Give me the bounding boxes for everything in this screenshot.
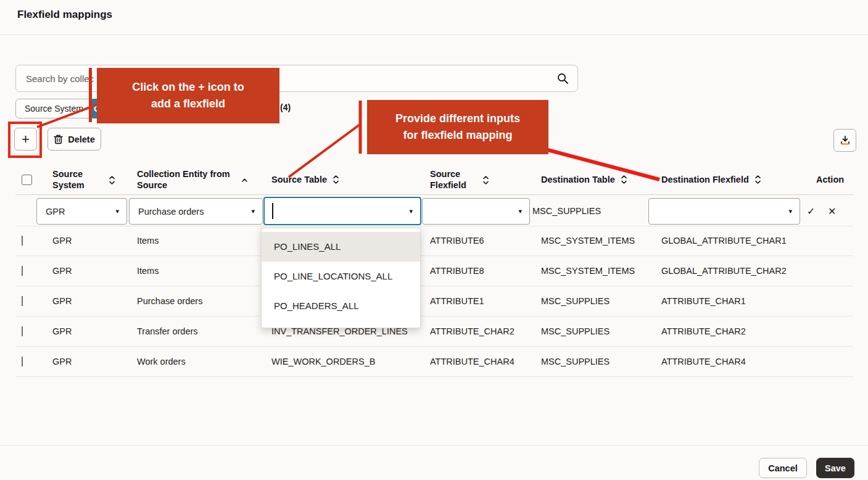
dropdown-option[interactable]: PO_LINE_LOCATIONS_ALL <box>262 262 420 291</box>
edit-destination-table-value: MSC_SUPPLIES <box>532 198 601 225</box>
filter-chip-source-system[interactable]: Source System <box>15 99 93 118</box>
cell-collection-entity: Items <box>137 236 271 246</box>
sort-both-icon[interactable] <box>109 175 115 185</box>
flexfield-mappings-page: Flexfield mappings Search by collec Sour… <box>0 0 868 480</box>
cell-destination-table: MSC_SUPPLIES <box>541 326 661 336</box>
text-cursor <box>272 203 273 219</box>
cell-destination-flexfield: ATTRIBUTE_CHAR2 <box>661 326 816 336</box>
cell-collection-entity: Transfer orders <box>137 326 271 336</box>
callout-add-flexfield: Click on the + icon to add a flexfield <box>97 68 279 123</box>
table-row: GPR Purchase orders ATTRIBUTE1 MSC_SUPPL… <box>15 286 853 317</box>
cell-destination-flexfield: ATTRIBUTE_CHAR1 <box>661 296 816 306</box>
cell-source-system: GPR <box>52 357 137 366</box>
sort-both-icon[interactable] <box>754 175 761 184</box>
edit-destination-flexfield-select[interactable]: ▾ <box>648 198 800 225</box>
table-header: Source System Collection Entity from Sou… <box>15 165 853 195</box>
edit-source-system-select[interactable]: GPR ▾ <box>36 198 127 225</box>
page-title: Flexfield mappings <box>17 9 112 21</box>
sort-both-icon[interactable] <box>621 175 627 184</box>
sort-both-icon[interactable] <box>482 175 489 185</box>
plus-icon: + <box>22 131 30 147</box>
edit-source-table-select[interactable]: ▾ <box>263 197 421 225</box>
cell-source-table: WIE_WORK_ORDERS_B <box>271 357 430 366</box>
column-header-destination-table[interactable]: Destination Table <box>541 175 661 185</box>
table-row: GPR Work orders WIE_WORK_ORDERS_B ATTRIB… <box>15 347 853 377</box>
cell-destination-table: MSC_SUPPLIES <box>541 296 661 306</box>
delete-button-label: Delete <box>68 134 95 144</box>
column-header-action: Action <box>816 175 853 185</box>
cell-destination-table: MSC_SUPPLIES <box>541 357 661 366</box>
chevron-down-icon: ▾ <box>251 207 255 215</box>
cell-collection-entity: Work orders <box>137 357 271 366</box>
add-flexfield-button[interactable]: + <box>14 128 37 151</box>
cell-source-system: GPR <box>52 236 137 246</box>
search-icon[interactable] <box>557 73 569 85</box>
select-all-checkbox[interactable] <box>22 175 32 185</box>
callout-provide-inputs: Provide different inputs for flexfield m… <box>367 100 548 154</box>
cell-destination-flexfield: GLOBAL_ATTRIBUTE_CHAR2 <box>661 266 816 276</box>
chevron-down-icon: ▾ <box>518 207 522 215</box>
cell-destination-flexfield: GLOBAL_ATTRIBUTE_CHAR1 <box>661 236 816 246</box>
cell-source-system: GPR <box>52 326 137 336</box>
column-header-source-flexfield[interactable]: Source Flexfield <box>430 169 541 190</box>
dropdown-option[interactable]: PO_HEADERS_ALL <box>262 291 420 321</box>
cancel-button[interactable]: Cancel <box>759 458 807 478</box>
row-checkbox[interactable] <box>22 236 23 246</box>
cell-source-flexfield: ATTRIBUTE8 <box>430 266 541 276</box>
trash-icon <box>54 134 63 144</box>
edit-collection-entity-select[interactable]: Purchase orders ▾ <box>129 198 263 225</box>
table-body: GPR Items ATTRIBUTE6 MSC_SYSTEM_ITEMS GL… <box>0 226 868 377</box>
row-checkbox[interactable] <box>22 357 23 366</box>
dropdown-option[interactable]: PO_LINES_ALL <box>262 232 420 262</box>
cell-destination-table: MSC_SYSTEM_ITEMS <box>541 236 661 246</box>
cell-destination-table: MSC_SYSTEM_ITEMS <box>541 266 661 276</box>
cancel-icon[interactable]: ✕ <box>828 198 836 225</box>
save-button[interactable]: Save <box>816 458 854 478</box>
result-count: (4) <box>280 102 291 112</box>
column-header-source-system[interactable]: Source System <box>52 169 137 190</box>
table-row: GPR Items ATTRIBUTE8 MSC_SYSTEM_ITEMS GL… <box>15 256 853 286</box>
download-button[interactable] <box>833 129 856 152</box>
table-row: GPR Transfer orders INV_TRANSFER_ORDER_L… <box>15 317 853 347</box>
title-divider <box>0 35 868 35</box>
chevron-down-icon: ▾ <box>115 207 119 215</box>
cell-source-system: GPR <box>52 266 137 276</box>
sort-both-icon[interactable] <box>333 175 339 184</box>
footer-divider <box>0 445 868 446</box>
cell-destination-flexfield: ATTRIBUTE_CHAR4 <box>661 357 816 366</box>
cell-source-flexfield: ATTRIBUTE_CHAR2 <box>430 326 541 336</box>
delete-button[interactable]: Delete <box>48 128 101 151</box>
edit-source-flexfield-select[interactable]: ▾ <box>422 198 530 225</box>
cell-source-flexfield: ATTRIBUTE_CHAR4 <box>430 357 541 366</box>
cell-source-flexfield: ATTRIBUTE6 <box>430 236 541 246</box>
chevron-down-icon: ▾ <box>409 207 413 215</box>
confirm-icon[interactable]: ✓ <box>807 198 815 225</box>
filter-chip-label: Source System <box>25 104 83 114</box>
sort-asc-icon[interactable] <box>241 178 248 183</box>
chevron-down-icon: ▾ <box>788 207 792 215</box>
column-header-destination-flexfield[interactable]: Destination Flexfield <box>661 175 816 185</box>
cell-source-system: GPR <box>52 296 137 306</box>
row-checkbox[interactable] <box>22 266 23 276</box>
cell-collection-entity: Purchase orders <box>137 296 271 306</box>
download-icon <box>840 135 851 146</box>
cell-source-flexfield: ATTRIBUTE1 <box>430 296 541 306</box>
column-header-collection-entity[interactable]: Collection Entity from Source <box>137 169 271 190</box>
source-table-dropdown: PO_LINES_ALL PO_LINE_LOCATIONS_ALL PO_HE… <box>261 228 421 328</box>
column-header-source-table[interactable]: Source Table <box>271 175 430 185</box>
row-checkbox[interactable] <box>22 296 23 306</box>
table-row: GPR Items ATTRIBUTE6 MSC_SYSTEM_ITEMS GL… <box>15 226 853 256</box>
cell-collection-entity: Items <box>137 266 271 276</box>
row-checkbox[interactable] <box>22 326 23 336</box>
